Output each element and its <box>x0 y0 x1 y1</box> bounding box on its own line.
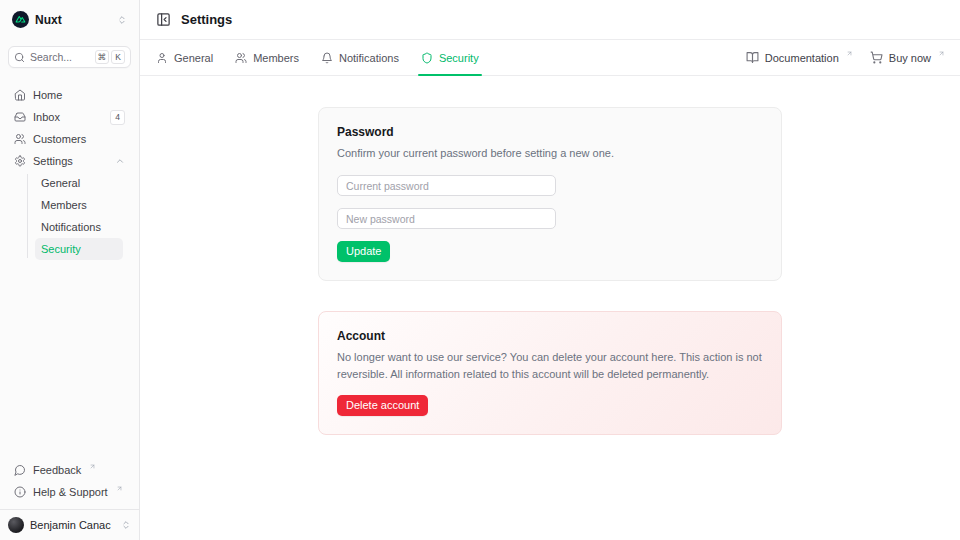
account-card-title: Account <box>337 329 763 343</box>
avatar <box>8 517 24 533</box>
sidebar-subitem-security[interactable]: Security <box>35 238 123 260</box>
gear-icon <box>14 155 26 167</box>
user-name: Benjamin Canac <box>30 519 111 531</box>
workspace-name: Nuxt <box>35 13 62 27</box>
sidebar-item-customers[interactable]: Customers <box>8 128 131 150</box>
search-placeholder: Search... <box>30 51 72 63</box>
sidebar-subitem-members[interactable]: Members <box>35 194 123 216</box>
tab-label: Members <box>253 52 299 64</box>
settings-subnav: General Members Notifications Security <box>8 172 131 260</box>
bell-icon <box>321 52 333 64</box>
shield-icon <box>421 52 433 64</box>
page-header: Settings <box>140 0 960 40</box>
chevrons-up-down-icon <box>117 15 127 25</box>
tab-label: Security <box>439 52 479 64</box>
sidebar-item-inbox[interactable]: Inbox 4 <box>8 106 131 128</box>
inbox-count-badge: 4 <box>110 110 125 125</box>
sidebar-item-label: Settings <box>33 155 73 167</box>
sidebar-subitem-notifications[interactable]: Notifications <box>35 216 123 238</box>
header-links: Documentation Buy now <box>746 51 944 64</box>
external-link-icon <box>89 463 96 470</box>
tab-members[interactable]: Members <box>235 40 299 75</box>
sidebar-item-home[interactable]: Home <box>8 84 131 106</box>
sidebar-nav: Home Inbox 4 Customers Settings <box>0 74 139 260</box>
search-input[interactable]: Search... ⌘ K <box>8 46 131 68</box>
main-area: Settings General Members Notifications <box>140 0 960 540</box>
tab-label: Notifications <box>339 52 399 64</box>
book-open-icon <box>746 51 759 64</box>
link-label: Documentation <box>765 52 839 64</box>
sidebar-item-label: Security <box>41 243 81 255</box>
home-icon <box>14 89 26 101</box>
users-icon <box>235 52 247 64</box>
search-icon <box>14 52 25 63</box>
delete-account-button[interactable]: Delete account <box>337 395 428 416</box>
sidebar-item-label: Customers <box>33 133 86 145</box>
sidebar: Nuxt Search... ⌘ K Home <box>0 0 140 540</box>
sidebar-item-label: Inbox <box>33 111 60 123</box>
settings-security-content: Password Confirm your current password b… <box>140 76 960 540</box>
user-icon <box>156 52 168 64</box>
workspace-selector[interactable]: Nuxt <box>0 0 139 32</box>
password-card-description: Confirm your current password before set… <box>337 145 763 162</box>
users-icon <box>14 133 26 145</box>
password-card-title: Password <box>337 125 763 139</box>
sidebar-subitem-general[interactable]: General <box>35 172 123 194</box>
link-label: Buy now <box>889 52 931 64</box>
external-link-icon <box>846 50 853 57</box>
info-circle-icon <box>14 486 26 498</box>
buy-now-link[interactable]: Buy now <box>870 51 944 64</box>
chevrons-up-down-icon <box>121 520 131 530</box>
documentation-link[interactable]: Documentation <box>746 51 852 64</box>
sidebar-item-label: General <box>41 177 80 189</box>
settings-tabbar: General Members Notifications Security <box>140 40 960 76</box>
message-circle-icon <box>14 464 26 476</box>
page-title: Settings <box>181 12 232 27</box>
sidebar-item-feedback[interactable]: Feedback <box>8 459 131 481</box>
current-password-input[interactable] <box>337 175 556 196</box>
account-card-description: No longer want to use our service? You c… <box>337 349 763 383</box>
password-card: Password Confirm your current password b… <box>318 107 782 281</box>
account-card: Account No longer want to use our servic… <box>318 311 782 435</box>
kbd-meta: ⌘ <box>95 50 110 64</box>
sidebar-footer: Feedback Help & Support Ben <box>0 455 139 540</box>
external-link-icon <box>116 485 123 492</box>
tab-security[interactable]: Security <box>421 40 479 75</box>
app-window: Nuxt Search... ⌘ K Home <box>0 0 960 540</box>
sidebar-item-label: Members <box>41 199 87 211</box>
sidebar-item-label: Feedback <box>33 464 81 476</box>
chevron-up-icon <box>115 156 125 166</box>
sidebar-item-label: Notifications <box>41 221 101 233</box>
inbox-icon <box>14 111 26 123</box>
search-shortcut: ⌘ K <box>95 50 126 64</box>
tab-general[interactable]: General <box>156 40 213 75</box>
sidebar-item-label: Home <box>33 89 62 101</box>
sidebar-item-help-support[interactable]: Help & Support <box>8 481 131 503</box>
nuxt-logo-icon <box>12 11 29 28</box>
shopping-cart-icon <box>870 51 883 64</box>
external-link-icon <box>938 50 945 57</box>
user-menu[interactable]: Benjamin Canac <box>0 509 139 540</box>
kbd-k: K <box>111 50 125 64</box>
collapse-sidebar-icon[interactable] <box>156 12 171 27</box>
tab-notifications[interactable]: Notifications <box>321 40 399 75</box>
update-password-button[interactable]: Update <box>337 241 390 262</box>
tab-label: General <box>174 52 213 64</box>
new-password-input[interactable] <box>337 208 556 229</box>
sidebar-item-settings[interactable]: Settings <box>8 150 131 172</box>
sidebar-item-label: Help & Support <box>33 486 108 498</box>
